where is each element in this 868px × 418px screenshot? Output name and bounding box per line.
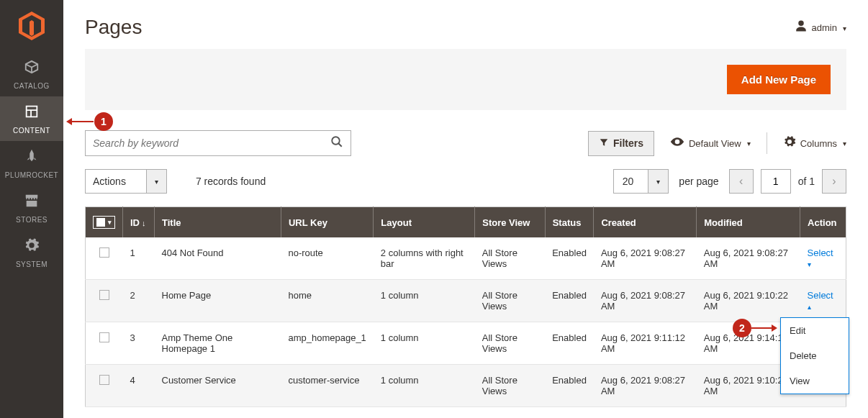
caret-down-icon[interactable] xyxy=(146,170,166,193)
th-created[interactable]: Created xyxy=(594,207,697,238)
sidebar-item-system[interactable]: SYSTEM xyxy=(0,230,63,275)
layout-icon xyxy=(24,104,40,124)
view-label: Default View xyxy=(689,138,741,149)
row-store-view: All Store Views xyxy=(475,365,545,407)
annotation-arrow-1 xyxy=(72,121,94,122)
actions-dropdown[interactable]: Actions xyxy=(85,169,167,194)
th-modified[interactable]: Modified xyxy=(697,207,800,238)
row-checkbox[interactable] xyxy=(99,332,109,342)
sidebar-item-label: CONTENT xyxy=(13,127,50,135)
row-id: 2 xyxy=(123,280,155,322)
row-modified: Aug 6, 2021 9:08:27 AM xyxy=(697,237,800,280)
th-layout[interactable]: Layout xyxy=(374,207,475,238)
annotation-badge-1: 1 xyxy=(94,112,113,131)
pager-of-label: of 1 xyxy=(798,176,815,187)
table-row[interactable]: 3Amp Theme One Homepage 1amp_homepage_11… xyxy=(86,322,846,365)
row-checkbox[interactable] xyxy=(99,247,109,258)
filters-button[interactable]: Filters xyxy=(588,131,654,156)
page-title: Pages xyxy=(85,16,142,39)
user-dropdown[interactable]: admin xyxy=(795,19,846,36)
user-name: admin xyxy=(812,22,837,33)
default-view-dropdown[interactable]: Default View xyxy=(670,135,751,153)
eye-icon xyxy=(670,135,684,153)
search-icon[interactable] xyxy=(330,135,343,152)
action-bar: Add New Page xyxy=(85,49,846,110)
pager-next-button[interactable]: › xyxy=(822,169,846,194)
row-action-cell: Select xyxy=(800,280,846,322)
gear-icon xyxy=(783,135,796,152)
table-row[interactable]: 4Customer Servicecustomer-service1 colum… xyxy=(86,365,846,407)
row-url-key: home xyxy=(281,280,373,322)
row-title: Home Page xyxy=(155,280,281,322)
page-header: Pages admin xyxy=(85,0,846,49)
per-page-value: 20 xyxy=(614,170,648,193)
row-store-view: All Store Views xyxy=(475,237,545,280)
controls-row-1: Filters Default View Columns xyxy=(85,130,846,156)
row-url-key: customer-service xyxy=(281,365,373,407)
table-row[interactable]: 1404 Not Foundno-route2 columns with rig… xyxy=(86,237,846,280)
row-checkbox[interactable] xyxy=(99,290,109,300)
search-box xyxy=(85,130,351,156)
sidebar-item-plumrocket[interactable]: PLUMROCKET xyxy=(0,141,63,186)
row-created: Aug 6, 2021 9:08:27 AM xyxy=(594,365,697,407)
right-controls-2: 20 per page ‹ of 1 › xyxy=(613,169,846,194)
row-store-view: All Store Views xyxy=(475,280,545,322)
filters-label: Filters xyxy=(613,137,643,149)
sidebar-item-stores[interactable]: STORES xyxy=(0,186,63,230)
rocket-icon xyxy=(24,148,40,168)
annotation-arrow-2 xyxy=(751,327,772,329)
magento-logo[interactable] xyxy=(0,0,63,52)
row-title: Amp Theme One Homepage 1 xyxy=(155,322,281,365)
columns-dropdown[interactable]: Columns xyxy=(783,135,846,152)
caret-down-icon[interactable] xyxy=(648,170,668,193)
row-checkbox[interactable] xyxy=(99,375,109,385)
add-new-page-button[interactable]: Add New Page xyxy=(727,65,831,94)
action-menu-view[interactable]: View xyxy=(781,368,849,394)
row-layout: 2 columns with right bar xyxy=(374,237,475,280)
row-store-view: All Store Views xyxy=(475,322,545,365)
row-modified: Aug 6, 2021 9:10:22 AM xyxy=(697,280,800,322)
actions-label: Actions xyxy=(86,170,146,193)
sidebar-item-label: STORES xyxy=(16,216,48,224)
th-title[interactable]: Title xyxy=(155,207,281,238)
per-page-label: per page xyxy=(679,176,718,187)
sidebar-item-catalog[interactable]: CATALOG xyxy=(0,52,63,96)
row-url-key: no-route xyxy=(281,237,373,280)
th-url-key[interactable]: URL Key xyxy=(281,207,373,238)
user-icon xyxy=(795,19,808,36)
caret-down-icon xyxy=(841,22,846,33)
sidebar-item-label: SYSTEM xyxy=(16,260,48,268)
row-action-select[interactable]: Select xyxy=(808,290,833,312)
row-status: Enabled xyxy=(545,280,594,322)
pager-prev-button[interactable]: ‹ xyxy=(729,169,754,194)
sidebar-item-content[interactable]: CONTENT xyxy=(0,96,63,141)
row-action-select[interactable]: Select xyxy=(808,247,833,269)
row-created: Aug 6, 2021 9:08:27 AM xyxy=(594,280,697,322)
table-row[interactable]: 2Home Pagehome1 columnAll Store ViewsEna… xyxy=(86,280,846,322)
right-controls-1: Filters Default View Columns xyxy=(588,131,846,156)
row-checkbox-cell xyxy=(86,280,123,322)
per-page-dropdown[interactable]: 20 xyxy=(613,169,669,194)
row-layout: 1 column xyxy=(374,365,475,407)
th-id[interactable]: ID xyxy=(123,207,155,238)
th-select-all[interactable] xyxy=(86,207,123,238)
row-checkbox-cell xyxy=(86,365,123,407)
columns-label: Columns xyxy=(800,138,837,149)
th-store-view[interactable]: Store View xyxy=(475,207,545,238)
main-content: Pages admin Add New Page Filters xyxy=(63,0,868,418)
row-id: 3 xyxy=(123,322,155,365)
filter-icon xyxy=(599,137,609,150)
svg-point-0 xyxy=(332,137,340,145)
search-input[interactable] xyxy=(93,137,330,149)
pager-page-input[interactable] xyxy=(761,169,791,194)
th-status[interactable]: Status xyxy=(545,207,594,238)
records-found: 7 records found xyxy=(196,176,266,187)
left-controls-2: Actions 7 records found xyxy=(85,169,266,194)
pager: ‹ of 1 › xyxy=(729,169,846,194)
action-menu-edit[interactable]: Edit xyxy=(781,318,849,343)
action-menu-delete[interactable]: Delete xyxy=(781,343,849,368)
row-status: Enabled xyxy=(545,237,594,280)
divider xyxy=(767,132,767,154)
row-checkbox-cell xyxy=(86,322,123,365)
row-id: 1 xyxy=(123,237,155,280)
